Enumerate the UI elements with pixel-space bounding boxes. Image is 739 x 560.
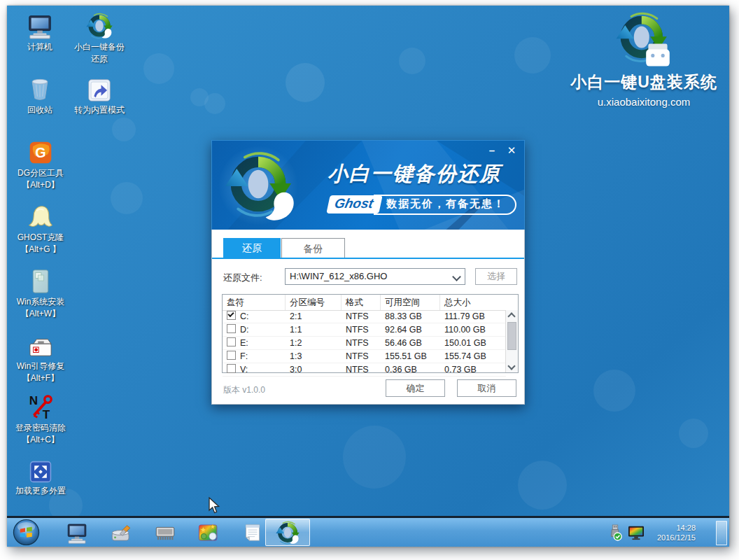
taskbar-disk-cleanup-icon[interactable] [108, 521, 134, 545]
table-row[interactable]: E: 1:2 NTFS 56.46 GB 150.01 GB [223, 337, 506, 350]
scroll-up-icon[interactable] [506, 310, 517, 321]
total-cell: 155.74 GB [440, 350, 506, 363]
shortcut-arrow-icon [64, 76, 134, 102]
ghost-slogan: 数据无价，有备无患！ [374, 195, 516, 215]
vertical-scrollbar[interactable] [505, 310, 518, 372]
taskbar-display-icon[interactable] [64, 521, 90, 545]
desktop-icon-label: 还原 [67, 53, 132, 65]
system-tray: 14:28 2016/12/15 [607, 518, 696, 547]
taskbar-clock[interactable]: 14:28 2016/12/15 [649, 523, 696, 542]
wallpaper-circle [518, 461, 567, 510]
backup-restore-window: – ✕ 小白一键备份还原 Ghost 数据无价，有备无患！ 还原 备份 [211, 140, 525, 405]
desktop-icon-label: 【Alt+G 】 [10, 244, 71, 255]
app-logo-icon [219, 146, 297, 225]
format-cell: NTFS [342, 337, 381, 349]
desktop-icon-dg-partition-tool[interactable]: G DG分区工具 【Alt+D】 [10, 139, 71, 191]
diskgenius-icon: G [10, 139, 71, 165]
scroll-down-icon[interactable] [506, 362, 517, 372]
desktop-icon-label: 【Alt+C】 [8, 434, 73, 446]
checkbox[interactable] [227, 324, 236, 333]
tab-restore[interactable]: 还原 [223, 238, 281, 258]
desktop-icon-win-install[interactable]: Win系统安装 【Alt+W】 [10, 267, 71, 320]
wallpaper-circle [286, 63, 325, 102]
ghost-icon [10, 203, 71, 230]
display-settings-icon[interactable] [628, 525, 645, 540]
free-cell: 88.33 GB [381, 310, 440, 323]
close-button[interactable]: ✕ [505, 145, 519, 158]
desktop-icon-xiaobai-backup-restore[interactable]: 小白一键备份 还原 [67, 13, 132, 65]
desktop-icon-ghost-clone[interactable]: GHOST克隆 【Alt+G 】 [10, 203, 71, 255]
taskbar-notepad-icon[interactable] [240, 521, 265, 545]
cancel-button[interactable]: 取消 [457, 379, 516, 397]
partition-cell: 3:0 [286, 363, 342, 376]
column-header-drive: 盘符 [223, 295, 286, 310]
restore-file-combobox[interactable]: H:\WIN7_612_x86.GHO [285, 268, 465, 285]
checkbox[interactable] [227, 364, 236, 373]
taskbar-active-app-xiaobai[interactable] [265, 519, 310, 546]
usb-safely-remove-icon[interactable] [607, 524, 623, 541]
taskbar-memory-icon[interactable] [153, 521, 178, 545]
usb-sync-logo-icon [616, 11, 672, 69]
version-label: 版本 v1.0.0 [223, 384, 265, 396]
taskbar-theme-tool-icon[interactable] [196, 521, 221, 545]
desktop-icon-label: 【Alt+F】 [10, 372, 71, 384]
drive-cell: D: [240, 325, 249, 335]
partition-cell: 1:1 [286, 323, 342, 336]
svg-text:N: N [29, 394, 38, 407]
drive-cell: F: [240, 351, 248, 361]
restore-file-label: 还原文件: [223, 272, 262, 284]
column-header-partition: 分区编号 [286, 295, 342, 310]
desktop-icon-label: 小白一键备份 [67, 41, 132, 53]
desktop-icon-boot-repair[interactable]: Win引导修复 【Alt+F】 [10, 332, 71, 384]
checkbox[interactable] [227, 351, 236, 360]
desktop-icon-internal-mode[interactable]: 转为内置模式 [64, 76, 134, 116]
tab-backup[interactable]: 备份 [281, 238, 345, 258]
checkbox[interactable] [227, 337, 236, 346]
desktop: 小白一键U盘装系统 u.xiaobaixitong.com 计算机 小白一键备份… [7, 6, 729, 547]
sync-arrows-icon [276, 521, 300, 545]
column-header-total: 总大小 [440, 295, 506, 310]
desktop-icon-label: 加载更多外置 [8, 485, 73, 497]
total-cell: 111.79 GB [440, 310, 506, 323]
minimize-button[interactable]: – [485, 145, 499, 158]
drive-cell: V: [240, 365, 248, 374]
total-cell: 150.01 GB [440, 337, 506, 349]
wallpaper-circle [143, 53, 174, 84]
table-row[interactable]: F: 1:3 NTFS 155.51 GB 155.74 GB [223, 350, 506, 363]
desktop-icon-label: 计算机 [13, 41, 67, 53]
taskbar: 14:28 2016/12/15 [7, 516, 729, 547]
desktop-icon-recycle-bin[interactable]: 回收站 [13, 76, 67, 116]
free-cell: 0.36 GB [381, 363, 440, 376]
start-button[interactable] [13, 519, 40, 546]
computer-icon [13, 13, 67, 39]
partition-table-header: 盘符 分区编号 格式 可用空间 总大小 [223, 295, 518, 311]
column-header-format: 格式 [342, 295, 381, 310]
table-row[interactable]: D: 1:1 NTFS 92.64 GB 110.00 GB [223, 323, 506, 337]
total-cell: 110.00 GB [440, 323, 506, 336]
desktop-icon-label: 登录密码清除 [8, 422, 73, 434]
sync-arrows-icon [67, 13, 132, 39]
partition-cell: 2:1 [286, 310, 342, 323]
ghost-logo: Ghost [326, 195, 382, 214]
format-cell: NTFS [342, 323, 381, 336]
desktop-icon-password-clear[interactable]: N T 登录密码清除 【Alt+C】 [8, 393, 73, 446]
desktop-icon-computer[interactable]: 计算机 [13, 13, 67, 53]
clock-time: 14:28 [649, 523, 696, 533]
scrollbar-thumb[interactable] [507, 322, 516, 350]
chevron-down-icon [452, 272, 461, 281]
total-cell: 0.73 GB [440, 363, 506, 376]
show-desktop-button[interactable] [716, 521, 727, 545]
table-row[interactable]: C: 2:1 NTFS 88.33 GB 111.79 GB [223, 310, 506, 323]
column-header-free: 可用空间 [381, 295, 440, 310]
ok-button[interactable]: 确定 [386, 379, 445, 397]
table-row[interactable]: V: 3:0 NTFS 0.36 GB 0.73 GB [223, 363, 506, 377]
clock-date: 2016/12/15 [649, 533, 696, 542]
wallpaper-circle [593, 370, 635, 412]
desktop-icon-load-more[interactable]: 加载更多外置 [8, 456, 73, 497]
window-body: 还原 备份 还原文件: H:\WIN7_612_x86.GHO 选择 盘符 分区… [211, 230, 525, 405]
brand-url: u.xiaobaixitong.com [568, 96, 719, 108]
desktop-icon-label: GHOST克隆 [10, 232, 71, 244]
select-file-button[interactable]: 选择 [475, 268, 517, 285]
checkbox-checked[interactable] [227, 311, 236, 320]
mouse-cursor [209, 497, 220, 517]
